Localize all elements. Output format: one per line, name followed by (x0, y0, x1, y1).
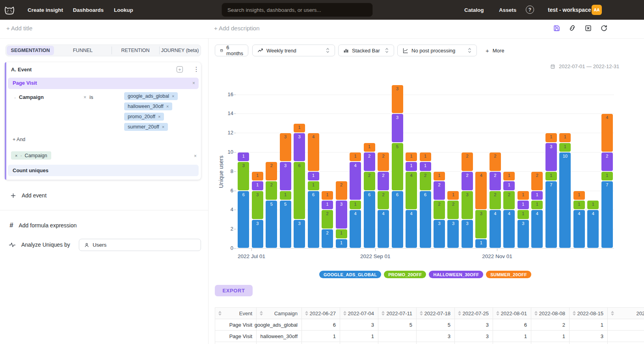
add-and-condition[interactable]: + And (13, 137, 25, 142)
workspace-name[interactable]: test - workspace (548, 0, 591, 20)
bar-segment[interactable] (392, 191, 403, 248)
table-cell: 3 (340, 319, 378, 331)
sort-icon[interactable] (611, 311, 614, 316)
breakdown-pill[interactable]: × · Campaign (11, 151, 51, 160)
bar-segment-value: 7 (545, 182, 557, 187)
sort-icon[interactable] (260, 311, 263, 316)
bar-segment-value: 6 (420, 192, 431, 197)
bar-segment[interactable] (601, 181, 613, 248)
event-selector-row[interactable]: Page Visit × (8, 78, 199, 89)
remove-filter-icon[interactable]: × (84, 95, 86, 100)
bar-segment-value: 4 (308, 134, 319, 139)
nav-catalog[interactable]: Catalog (464, 0, 484, 20)
post-processing-select[interactable]: No post processing (397, 45, 477, 56)
bar-segment-value: 1 (252, 173, 263, 178)
table-header-cell[interactable]: 2022-07-25 (454, 307, 493, 319)
more-options-icon[interactable]: ⋮ (193, 65, 199, 73)
table-header-cell[interactable]: Campaign (256, 307, 302, 319)
bar-segment[interactable] (420, 191, 431, 248)
bar-segment[interactable] (545, 181, 557, 248)
nav-lookup[interactable]: Lookup (114, 0, 133, 20)
tab-segmentation[interactable]: SEGMENTATION (7, 46, 54, 55)
table-cell (378, 331, 416, 342)
tab-journey[interactable]: JOURNEY (beta) (159, 45, 201, 56)
legend-item[interactable]: PROMO_20OFF (384, 271, 426, 278)
chart-type-select[interactable]: Stacked Bar (338, 45, 394, 56)
link-icon[interactable] (568, 23, 577, 33)
remove-tag-icon[interactable]: × (172, 94, 174, 99)
sort-icon[interactable] (573, 311, 576, 316)
table-header-cell[interactable]: 2022-08-15 (569, 307, 607, 319)
bar-segment-value: 3 (238, 163, 249, 168)
filter-value-tag[interactable]: halloween_30off× (124, 102, 172, 110)
bar-segment[interactable] (364, 191, 375, 248)
sort-icon[interactable] (343, 311, 347, 316)
sort-icon[interactable] (305, 311, 309, 316)
bar-segment-value: 3 (447, 221, 459, 226)
remove-event-icon[interactable]: × (192, 80, 195, 86)
analyze-by-select[interactable]: Users (79, 239, 201, 251)
remove-tag-icon[interactable]: × (158, 114, 160, 119)
sort-icon[interactable] (420, 311, 423, 316)
nav-create-insight[interactable]: Create insight (28, 0, 63, 20)
table-header-cell[interactable]: 2022-08-01 (493, 307, 531, 319)
avatar[interactable]: AA (592, 5, 602, 15)
sort-icon[interactable] (382, 311, 385, 316)
filter-value-tag[interactable]: summer_20off× (124, 123, 168, 131)
bar-segment-value: 1 (531, 202, 543, 206)
add-formula-button[interactable]: # Add formula expression (9, 221, 77, 229)
sort-icon[interactable] (534, 311, 538, 316)
bar-segment[interactable] (266, 201, 277, 248)
table-header-cell[interactable]: 2022-06-27 (302, 307, 340, 319)
table-header-cell[interactable]: Event (215, 307, 256, 319)
save-icon[interactable] (552, 23, 561, 33)
bar-segment[interactable] (294, 162, 305, 219)
global-search-input[interactable] (221, 3, 373, 17)
remove-breakdown-icon[interactable]: × (15, 153, 17, 158)
bar-segment-value: 1 (336, 231, 347, 235)
date-period-button[interactable]: 6 months (215, 45, 248, 56)
table-header-cell[interactable]: 2022-07-18 (416, 307, 454, 319)
more-options-button[interactable]: + More (486, 45, 504, 56)
help-icon[interactable]: ? (526, 6, 534, 14)
filter-value-tag[interactable]: promo_20off× (124, 113, 164, 121)
tab-retention[interactable]: RETENTION (112, 45, 159, 56)
trend-select[interactable]: Weekly trend (252, 45, 335, 56)
filter-operator[interactable]: is (89, 94, 93, 100)
bar-segment[interactable] (392, 143, 403, 190)
legend-item[interactable]: GOOGLE_ADS_GLOBAL (319, 271, 381, 278)
remove-breakdown-row-icon[interactable]: × (194, 153, 197, 159)
remove-tag-icon[interactable]: × (166, 104, 169, 109)
table-header-cell[interactable]: 2022-07-11 (378, 307, 416, 319)
sort-icon[interactable] (496, 311, 500, 316)
tab-funnel[interactable]: FUNNEL (54, 45, 112, 56)
bar-segment[interactable] (559, 152, 571, 248)
bar-segment-value: 1 (434, 173, 445, 178)
table-header-cell[interactable]: 2022-08-08 (531, 307, 569, 319)
add-title-placeholder[interactable]: + Add title (6, 25, 32, 32)
filter-value-tag[interactable]: google_ads_global× (124, 92, 178, 100)
aggregation-row[interactable]: Count uniques (8, 165, 199, 176)
bar-segment-value: 2 (434, 202, 445, 206)
close-insight-icon[interactable] (583, 23, 593, 33)
nav-dashboards[interactable]: Dashboards (73, 0, 104, 20)
add-filter-icon[interactable]: + (177, 66, 183, 73)
table-header-cell[interactable]: 2022-08-22 (607, 307, 644, 319)
app-logo-cat-icon[interactable] (4, 4, 15, 15)
legend-item[interactable]: HALLOWEEN_30OFF (429, 271, 483, 278)
bar-segment[interactable] (238, 191, 249, 248)
legend-item[interactable]: SUMMER_20OFF (486, 271, 531, 278)
refresh-icon[interactable] (599, 23, 609, 33)
bar-segment[interactable] (280, 201, 291, 248)
add-description-placeholder[interactable]: + Add description (214, 25, 260, 32)
event-name[interactable]: Page Visit (13, 80, 37, 86)
export-button[interactable]: EXPORT (215, 285, 253, 296)
sort-icon[interactable] (218, 311, 222, 316)
filter-property[interactable]: Campaign (19, 94, 44, 100)
remove-tag-icon[interactable]: × (162, 125, 164, 129)
sort-icon[interactable] (458, 311, 462, 316)
table-header-cell[interactable]: 2022-07-04 (340, 307, 378, 319)
add-event-button[interactable]: Add event (10, 192, 47, 199)
bar-segment[interactable] (308, 191, 319, 248)
nav-assets[interactable]: Assets (499, 0, 516, 20)
